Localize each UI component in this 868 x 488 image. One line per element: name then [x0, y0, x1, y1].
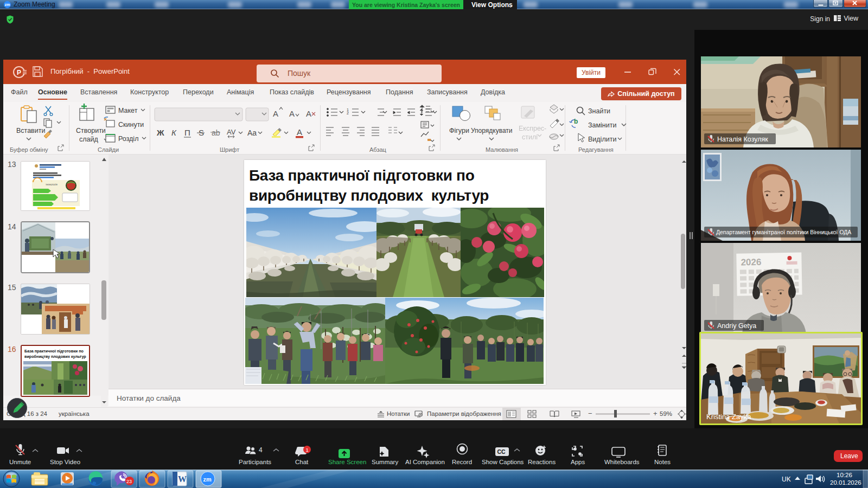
svg-text:4: 4	[259, 446, 263, 454]
svg-text:ab: ab	[212, 129, 220, 137]
svg-text:Summary: Summary	[372, 459, 398, 465]
svg-text:Reactions: Reactions	[528, 459, 556, 465]
svg-text:A: A	[289, 109, 295, 118]
svg-text:P: P	[17, 69, 21, 76]
svg-text:Наталія Козуляк: Наталія Козуляк	[717, 136, 768, 143]
svg-text:Leave: Leave	[840, 452, 858, 460]
svg-text:К: К	[171, 128, 177, 137]
svg-text:Andriy Getya: Andriy Getya	[717, 322, 756, 330]
svg-text:2: 2	[347, 111, 349, 115]
svg-text:20.01.2026: 20.01.2026	[830, 479, 861, 486]
svg-text:1: 1	[306, 447, 309, 453]
svg-text:слайд: слайд	[79, 136, 98, 143]
svg-text:AI Companion: AI Companion	[405, 459, 445, 465]
svg-text:виробництву плодових культур: виробництву плодових культур	[24, 354, 86, 359]
svg-text:b: b	[574, 118, 578, 125]
svg-text:Замінити: Замінити	[588, 121, 616, 129]
svg-text:Редагування: Редагування	[578, 146, 614, 153]
svg-text:База практичної підготовки по: База практичної підготовки по	[24, 349, 84, 354]
svg-text:CC: CC	[497, 448, 506, 455]
svg-text:Participants: Participants	[239, 459, 271, 465]
svg-text:Знайти: Знайти	[588, 107, 610, 115]
svg-text:AV: AV	[227, 128, 236, 136]
svg-text:A: A	[297, 127, 302, 137]
svg-text:технологія: технологія	[46, 183, 58, 186]
svg-text:Скинути: Скинути	[118, 121, 144, 129]
svg-text:Створити: Створити	[76, 127, 106, 134]
svg-text:П: П	[184, 128, 190, 137]
svg-text:23: 23	[126, 479, 132, 484]
svg-text:Департамент гуманітраної політ: Департамент гуманітраної політики Вінниц…	[716, 229, 851, 235]
svg-text:Експрес-: Експрес-	[519, 125, 546, 132]
svg-text:Виділити: Виділити	[588, 136, 616, 143]
svg-text:Абзац: Абзац	[369, 146, 387, 153]
svg-text:zm: zm	[203, 476, 212, 483]
svg-text:Малювання: Малювання	[486, 146, 518, 153]
svg-text:Whiteboards: Whiteboards	[604, 459, 640, 465]
svg-text:Apps: Apps	[571, 459, 585, 465]
svg-text:W: W	[178, 474, 187, 484]
svg-text:Aa: Aa	[247, 129, 257, 137]
svg-text:2026: 2026	[741, 257, 761, 268]
svg-text:UK: UK	[782, 476, 791, 483]
svg-text:Chat: Chat	[295, 459, 309, 465]
svg-text:Show Captions: Show Captions	[482, 459, 524, 465]
svg-text:Notes: Notes	[654, 459, 671, 465]
svg-text:Stop Video: Stop Video	[50, 459, 80, 465]
svg-text:Упорядкувати: Упорядкувати	[471, 127, 513, 134]
svg-text:стилі: стилі	[522, 133, 538, 141]
svg-text:Макет: Макет	[118, 107, 138, 114]
svg-text:Ж: Ж	[156, 128, 164, 137]
svg-text:Record: Record	[452, 459, 472, 465]
svg-text:10:26: 10:26	[837, 472, 852, 478]
svg-text:A: A	[273, 109, 278, 118]
svg-text:Unmute: Unmute	[9, 459, 31, 465]
svg-text:Шрифт: Шрифт	[220, 146, 239, 153]
svg-text:Фігури: Фігури	[449, 127, 469, 134]
svg-text:Share Screen: Share Screen	[328, 459, 366, 465]
svg-text:Слайди: Слайди	[98, 146, 119, 153]
svg-text:Kristina Zayka: Kristina Zayka	[706, 413, 751, 421]
svg-text:Розділ: Розділ	[118, 135, 138, 143]
svg-text:Буфер обміну: Буфер обміну	[10, 146, 48, 153]
svg-text:Вставити: Вставити	[16, 127, 45, 134]
svg-text:A: A	[306, 109, 311, 118]
